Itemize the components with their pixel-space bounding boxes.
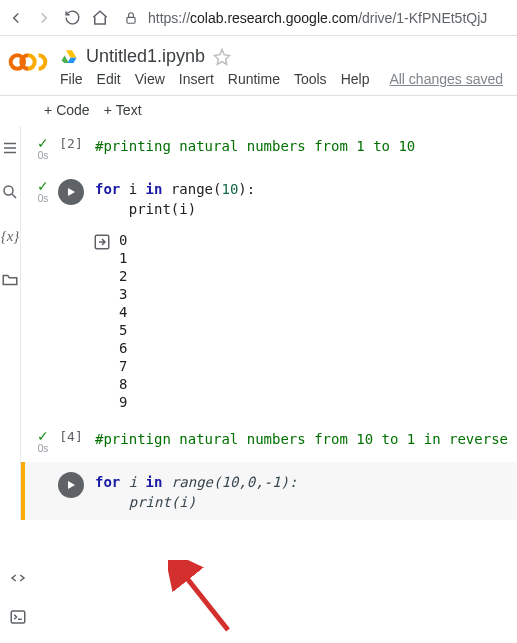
add-text-button[interactable]: +Text — [104, 102, 142, 118]
back-icon[interactable] — [6, 8, 26, 28]
save-status[interactable]: All changes saved — [389, 71, 503, 87]
url-text: https://colab.research.google.com/drive/… — [148, 10, 487, 26]
code-cell[interactable]: ✓0s [2] #printing natural numbers from 1… — [21, 126, 517, 169]
terminal-icon[interactable] — [9, 608, 27, 629]
left-sidebar: {x} — [0, 126, 21, 520]
cell-timing: 0s — [31, 150, 55, 161]
drive-icon — [60, 48, 78, 66]
check-icon: ✓ — [31, 136, 55, 150]
run-button[interactable] — [58, 179, 84, 205]
browser-chrome: https://colab.research.google.com/drive/… — [0, 0, 517, 36]
code-cell[interactable]: ✓0s for i in range(10): print(i) — [21, 169, 517, 227]
menu-runtime[interactable]: Runtime — [228, 71, 280, 87]
insert-toolbar: +Code +Text — [0, 95, 517, 126]
menu-bar: File Edit View Insert Runtime Tools Help… — [60, 67, 509, 87]
header: Untitled1.ipynb File Edit View Insert Ru… — [0, 36, 517, 87]
svg-rect-4 — [11, 611, 25, 623]
run-button[interactable] — [58, 472, 84, 498]
lock-icon — [124, 11, 138, 25]
annotation-arrow-icon — [168, 560, 248, 640]
star-icon[interactable] — [213, 48, 231, 66]
toc-icon[interactable] — [0, 138, 20, 158]
check-icon: ✓ — [31, 179, 55, 193]
menu-edit[interactable]: Edit — [97, 71, 121, 87]
menu-file[interactable]: File — [60, 71, 83, 87]
home-icon[interactable] — [90, 8, 110, 28]
output-text: 0 1 2 3 4 5 6 7 8 9 — [113, 231, 127, 411]
svg-point-2 — [4, 186, 13, 195]
cell-output: 0 1 2 3 4 5 6 7 8 9 — [21, 227, 517, 419]
variables-icon[interactable]: {x} — [0, 226, 20, 246]
menu-help[interactable]: Help — [341, 71, 370, 87]
svg-rect-0 — [127, 17, 135, 23]
forward-icon — [34, 8, 54, 28]
cell-timing: 0s — [31, 193, 55, 204]
code-editor[interactable]: for i in range(10,0,-1): print(i) — [87, 472, 517, 512]
code-editor[interactable]: for i in range(10): print(i) — [87, 179, 517, 219]
files-icon[interactable] — [0, 270, 20, 290]
menu-insert[interactable]: Insert — [179, 71, 214, 87]
output-arrow-icon[interactable] — [93, 231, 113, 411]
menu-view[interactable]: View — [135, 71, 165, 87]
code-cell-selected[interactable]: for i in range(10,0,-1): print(i) — [21, 462, 517, 520]
code-editor[interactable]: #printign natural numbers from 10 to 1 i… — [87, 429, 517, 454]
cell-timing: 0s — [31, 443, 55, 454]
code-cell[interactable]: ✓0s [4] #printign natural numbers from 1… — [21, 419, 517, 462]
bottom-rail — [0, 569, 36, 643]
colab-logo-icon[interactable] — [8, 50, 48, 74]
menu-tools[interactable]: Tools — [294, 71, 327, 87]
code-snippets-icon[interactable] — [9, 569, 27, 590]
search-icon[interactable] — [0, 182, 20, 202]
exec-count: [2] — [59, 136, 82, 151]
exec-count: [4] — [59, 429, 82, 444]
add-code-button[interactable]: +Code — [44, 102, 90, 118]
check-icon: ✓ — [31, 429, 55, 443]
refresh-icon[interactable] — [62, 8, 82, 28]
file-title[interactable]: Untitled1.ipynb — [86, 46, 205, 67]
address-bar[interactable]: https://colab.research.google.com/drive/… — [118, 10, 511, 26]
notebook-content: ✓0s [2] #printing natural numbers from 1… — [21, 126, 517, 520]
svg-line-5 — [182, 572, 228, 630]
code-editor[interactable]: #printing natural numbers from 1 to 10 — [87, 136, 517, 161]
